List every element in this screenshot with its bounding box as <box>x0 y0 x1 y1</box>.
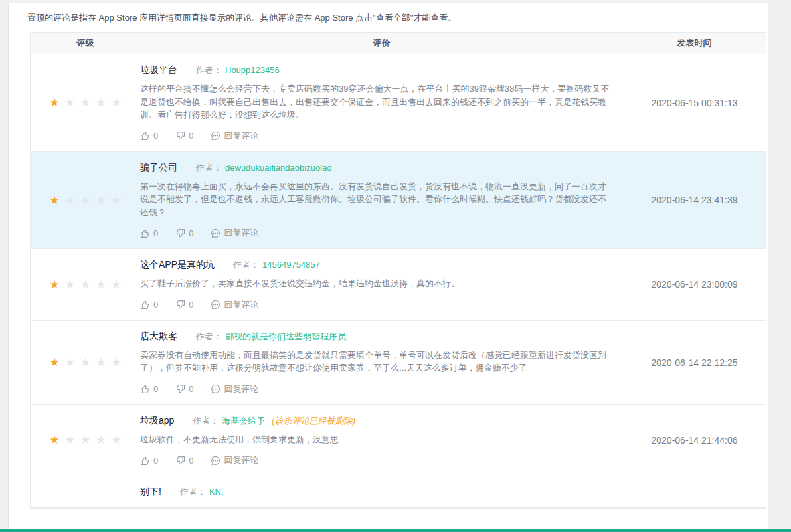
star-rating: ★★★★★ <box>49 97 121 108</box>
star-empty-icon: ★ <box>96 434 106 446</box>
reply-button[interactable]: 回复评论 <box>211 130 258 142</box>
author-name-link[interactable]: 海基会给予 <box>222 415 265 427</box>
review-row: ★★★★★垃圾app作者：海基会给予(该条评论已经被删除)垃圾软件，不更新无法使… <box>31 405 766 477</box>
app-reviews-page: 置顶的评论是指在 App Store 应用详情页面直接显示的评论。其他评论需在 … <box>0 0 791 532</box>
review-body: 卖家券没有自动使用功能，而且最搞笑的是发货就只需要填个单号，单号可以在发货后改（… <box>140 349 613 375</box>
rating-cell <box>31 476 140 507</box>
reply-label: 回复评论 <box>224 130 258 142</box>
dislike-button[interactable]: 0 <box>175 456 193 466</box>
table-body: ★★★★★垃圾平台作者：Houpp123456这样的平台搞不懂怎么会经营下去，专… <box>31 54 766 508</box>
rating-cell: ★★★★★ <box>31 249 140 320</box>
rating-cell: ★★★★★ <box>31 152 140 249</box>
star-empty-icon: ★ <box>111 195 121 206</box>
like-button[interactable]: 0 <box>140 228 158 238</box>
thumbs-down-icon <box>175 384 185 394</box>
review-title-line: 骗子公司作者：dewudukuaifiandaobizuolao <box>140 162 613 174</box>
like-count: 0 <box>153 384 158 394</box>
reply-label: 回复评论 <box>224 454 258 466</box>
reviews-table: 评级 评价 发表时间 ★★★★★垃圾平台作者：Houpp123456这样的平台搞… <box>30 32 766 509</box>
reply-button[interactable]: 回复评论 <box>211 299 258 311</box>
review-row: ★★★★★垃圾平台作者：Houpp123456这样的平台搞不懂怎么会经营下去，专… <box>31 54 766 152</box>
publish-time: 2020-06-14 23:41:39 <box>623 152 766 249</box>
review-title: 垃圾app <box>140 415 174 427</box>
reply-bubble-icon <box>211 131 220 141</box>
thumbs-down-icon <box>175 456 185 466</box>
dislike-count: 0 <box>189 228 193 238</box>
content-panel: 置顶的评论是指在 App Store 应用详情页面直接显示的评论。其他评论需在 … <box>8 3 768 532</box>
deleted-comment-note: (该条评论已经被删除) <box>272 415 355 427</box>
star-empty-icon: ★ <box>111 357 121 368</box>
review-cell: 骗子公司作者：dewudukuaifiandaobizuolao第一次在得物毒上… <box>140 152 623 249</box>
star-empty-icon: ★ <box>65 357 75 368</box>
dislike-button[interactable]: 0 <box>175 300 193 310</box>
thumbs-up-icon <box>140 300 150 310</box>
review-actions: 00回复评论 <box>140 227 613 239</box>
thumbs-up-icon <box>140 456 150 466</box>
dislike-button[interactable]: 0 <box>175 131 193 141</box>
review-body: 垃圾软件，不更新无法使用，强制要求更新，没意思 <box>140 433 613 446</box>
reply-button[interactable]: 回复评论 <box>211 454 258 466</box>
star-filled-icon: ★ <box>49 97 59 108</box>
thumbs-up-icon <box>140 131 150 141</box>
author-label: 作者： <box>196 162 222 174</box>
review-cell: 垃圾app作者：海基会给予(该条评论已经被删除)垃圾软件，不更新无法使用，强制要… <box>140 405 623 476</box>
dislike-count: 0 <box>189 300 193 310</box>
like-button[interactable]: 0 <box>140 131 158 141</box>
star-empty-icon: ★ <box>80 357 90 368</box>
review-title-line: 垃圾平台作者：Houpp123456 <box>140 64 613 76</box>
author-label: 作者： <box>193 415 219 427</box>
dislike-count: 0 <box>189 456 193 466</box>
star-filled-icon: ★ <box>49 279 59 290</box>
review-actions: 00回复评论 <box>140 383 613 395</box>
star-rating: ★★★★★ <box>49 279 121 290</box>
publish-time: 2020-06-14 22:12:25 <box>623 321 766 404</box>
like-button[interactable]: 0 <box>140 456 158 466</box>
reply-bubble-icon <box>211 456 220 466</box>
header-publish-time: 发表时间 <box>623 37 766 49</box>
review-title-line: 别下!作者：KN, <box>140 486 613 498</box>
review-actions: 00回复评论 <box>140 299 613 311</box>
review-title: 这个APP是真的坑 <box>140 259 215 271</box>
reply-button[interactable]: 回复评论 <box>211 227 258 239</box>
thumbs-up-icon <box>140 228 150 238</box>
reply-bubble-icon <box>211 228 220 238</box>
review-title-line: 店大欺客作者：鄙视的就是你们这些弱智程序员 <box>140 331 613 343</box>
star-empty-icon: ★ <box>65 434 75 446</box>
star-filled-icon: ★ <box>49 195 59 206</box>
publish-time: 2020-06-14 21:44:06 <box>623 405 766 476</box>
dislike-count: 0 <box>189 131 193 141</box>
like-button[interactable]: 0 <box>140 384 158 394</box>
author-label: 作者： <box>180 486 206 498</box>
review-cell: 垃圾平台作者：Houpp123456这样的平台搞不懂怎么会经营下去，专卖店码数买… <box>140 54 623 151</box>
author-name-link[interactable]: 鄙视的就是你们这些弱智程序员 <box>225 331 346 343</box>
like-count: 0 <box>153 131 158 141</box>
like-button[interactable]: 0 <box>140 300 158 310</box>
review-row: ★★★★★骗子公司作者：dewudukuaifiandaobizuolao第一次… <box>31 152 766 250</box>
author-label: 作者： <box>196 331 222 343</box>
dislike-button[interactable]: 0 <box>175 228 193 238</box>
review-cell: 这个APP是真的坑作者：145649754857买了鞋子后涨价了，卖家直接不发货… <box>140 249 623 320</box>
review-actions: 00回复评论 <box>140 454 613 466</box>
reply-bubble-icon <box>211 384 220 394</box>
star-empty-icon: ★ <box>111 279 121 290</box>
author-name-link[interactable]: dewudukuaifiandaobizuolao <box>225 163 331 173</box>
star-empty-icon: ★ <box>65 97 75 108</box>
author-name-link[interactable]: KN, <box>209 487 224 497</box>
rating-cell: ★★★★★ <box>31 321 140 404</box>
reply-label: 回复评论 <box>224 299 258 311</box>
author-name-link[interactable]: 145649754857 <box>262 260 320 270</box>
dislike-button[interactable]: 0 <box>175 384 193 394</box>
reply-label: 回复评论 <box>224 227 258 239</box>
star-rating: ★★★★★ <box>49 195 121 206</box>
star-empty-icon: ★ <box>96 97 106 108</box>
publish-time: 2020-06-14 23:00:09 <box>623 249 766 320</box>
rating-cell: ★★★★★ <box>31 405 140 476</box>
reply-button[interactable]: 回复评论 <box>211 383 258 395</box>
table-header-row: 评级 评价 发表时间 <box>31 33 766 54</box>
author-name-link[interactable]: Houpp123456 <box>225 65 280 75</box>
star-empty-icon: ★ <box>65 195 75 206</box>
review-row: ★★★★★这个APP是真的坑作者：145649754857买了鞋子后涨价了，卖家… <box>31 249 766 321</box>
publish-time <box>623 476 766 507</box>
pinned-review-notice: 置顶的评论是指在 App Store 应用详情页面直接显示的评论。其他评论需在 … <box>9 3 768 24</box>
review-title: 骗子公司 <box>140 162 177 174</box>
